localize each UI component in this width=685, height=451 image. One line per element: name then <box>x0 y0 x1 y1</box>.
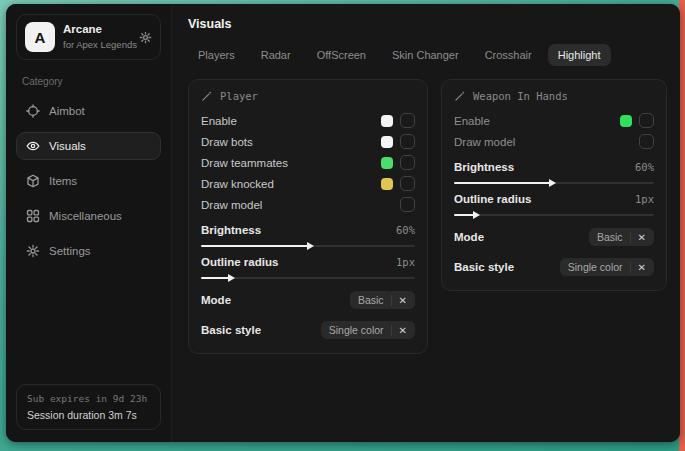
draw-model-checkbox[interactable] <box>639 134 654 149</box>
basic-style-tag[interactable]: Single color ✕ <box>321 321 415 339</box>
close-icon[interactable]: ✕ <box>630 232 646 243</box>
setting-label: Draw model <box>201 199 262 211</box>
box-icon <box>26 174 40 188</box>
panels-row: Player Enable Draw bots <box>188 79 667 354</box>
outline-radius-slider-block: Outline radius 1px <box>454 184 654 216</box>
basic-style-select-row: Basic style Single color ✕ <box>201 321 415 339</box>
player-panel-header: Player <box>201 90 415 102</box>
select-label: Mode <box>201 294 231 306</box>
panel-title: Weapon In Hands <box>473 90 568 102</box>
select-label: Basic style <box>454 261 514 273</box>
slider-thumb[interactable] <box>228 274 235 282</box>
wand-icon <box>454 90 466 102</box>
tab-highlight[interactable]: Highlight <box>548 44 611 66</box>
slider-label: Brightness <box>201 224 261 236</box>
slider-label: Brightness <box>454 161 514 173</box>
outline-radius-slider-block: Outline radius 1px <box>201 247 415 279</box>
close-icon[interactable]: ✕ <box>391 295 407 306</box>
slider-thumb[interactable] <box>473 211 480 219</box>
setting-row-draw-bots: Draw bots <box>201 131 415 152</box>
main-content: Visuals Players Radar OffScreen Skin Cha… <box>172 4 680 442</box>
draw-knocked-checkbox[interactable] <box>400 176 415 191</box>
sidebar-item-label: Items <box>49 175 77 187</box>
tag-value: Basic <box>358 294 384 306</box>
mode-select-row: Mode Basic ✕ <box>201 291 415 309</box>
tab-crosshair[interactable]: Crosshair <box>475 44 542 66</box>
brightness-slider-block: Brightness 60% <box>201 215 415 247</box>
setting-label: Draw teammates <box>201 157 288 169</box>
close-icon[interactable]: ✕ <box>630 262 646 273</box>
tab-offscreen[interactable]: OffScreen <box>307 44 376 66</box>
setting-row-enable: Enable <box>201 110 415 131</box>
subscription-card: Sub expires in 9d 23h Session duration 3… <box>16 384 161 430</box>
enable-checkbox[interactable] <box>400 113 415 128</box>
tab-skin-changer[interactable]: Skin Changer <box>382 44 469 66</box>
tag-value: Single color <box>329 324 384 336</box>
draw-bots-checkbox[interactable] <box>400 134 415 149</box>
color-swatch[interactable] <box>381 115 393 127</box>
panel-title: Player <box>220 90 258 102</box>
slider-value: 60% <box>396 224 415 236</box>
weapon-panel-header: Weapon In Hands <box>454 90 654 102</box>
color-swatch[interactable] <box>381 157 393 169</box>
slider-value: 60% <box>635 161 654 173</box>
brightness-slider-block: Brightness 60% <box>454 152 654 184</box>
wand-icon <box>201 90 213 102</box>
tag-value: Basic <box>597 231 623 243</box>
brightness-slider[interactable] <box>454 182 654 184</box>
enable-checkbox[interactable] <box>639 113 654 128</box>
sidebar-nav: Aimbot Visuals Items <box>16 97 161 265</box>
app-subtitle: for Apex Legends <box>63 39 131 50</box>
grid-icon <box>26 209 40 223</box>
basic-style-select-row: Basic style Single color ✕ <box>454 258 654 276</box>
gear-icon <box>26 244 40 258</box>
slider-value: 1px <box>396 256 415 268</box>
weapon-in-hands-panel: Weapon In Hands Enable Draw model <box>441 79 667 291</box>
outline-radius-slider[interactable] <box>201 277 415 279</box>
sidebar-item-items[interactable]: Items <box>16 167 161 195</box>
setting-label: Draw bots <box>201 136 253 148</box>
setting-row-draw-model: Draw model <box>454 131 654 152</box>
color-swatch[interactable] <box>620 115 632 127</box>
page-title: Visuals <box>188 17 667 31</box>
eye-icon <box>26 139 40 153</box>
draw-model-checkbox[interactable] <box>400 197 415 212</box>
mode-select-row: Mode Basic ✕ <box>454 228 654 246</box>
app-window: A Arcane for Apex Legends Category <box>6 4 680 442</box>
setting-row-enable: Enable <box>454 110 654 131</box>
outline-radius-slider[interactable] <box>454 214 654 216</box>
mode-tag[interactable]: Basic ✕ <box>589 228 654 246</box>
logo-card: A Arcane for Apex Legends <box>16 14 161 60</box>
setting-row-draw-teammates: Draw teammates <box>201 152 415 173</box>
draw-teammates-checkbox[interactable] <box>400 155 415 170</box>
slider-thumb[interactable] <box>307 242 314 250</box>
sidebar-item-miscellaneous[interactable]: Miscellaneous <box>16 202 161 230</box>
app-logo: A <box>25 22 55 52</box>
sub-expires-text: Sub expires in 9d 23h <box>27 393 150 404</box>
sidebar-item-visuals[interactable]: Visuals <box>16 132 161 160</box>
select-label: Mode <box>454 231 484 243</box>
setting-label: Enable <box>454 115 490 127</box>
close-icon[interactable]: ✕ <box>391 325 407 336</box>
sidebar-item-aimbot[interactable]: Aimbot <box>16 97 161 125</box>
sidebar-item-label: Settings <box>49 245 91 257</box>
mode-tag[interactable]: Basic ✕ <box>350 291 415 309</box>
sidebar-item-label: Visuals <box>49 140 86 152</box>
slider-thumb[interactable] <box>549 179 556 187</box>
tab-players[interactable]: Players <box>188 44 245 66</box>
color-swatch[interactable] <box>381 136 393 148</box>
color-swatch[interactable] <box>381 178 393 190</box>
brightness-slider[interactable] <box>201 245 415 247</box>
app-name: Arcane <box>63 23 131 37</box>
setting-row-draw-knocked: Draw knocked <box>201 173 415 194</box>
tab-radar[interactable]: Radar <box>251 44 301 66</box>
tag-value: Single color <box>568 261 623 273</box>
slider-label: Outline radius <box>201 256 278 268</box>
setting-row-draw-model: Draw model <box>201 194 415 215</box>
setting-label: Draw model <box>454 136 515 148</box>
crosshair-icon <box>26 104 40 118</box>
gear-icon[interactable] <box>139 31 152 44</box>
basic-style-tag[interactable]: Single color ✕ <box>560 258 654 276</box>
sidebar-item-settings[interactable]: Settings <box>16 237 161 265</box>
player-panel: Player Enable Draw bots <box>188 79 428 354</box>
